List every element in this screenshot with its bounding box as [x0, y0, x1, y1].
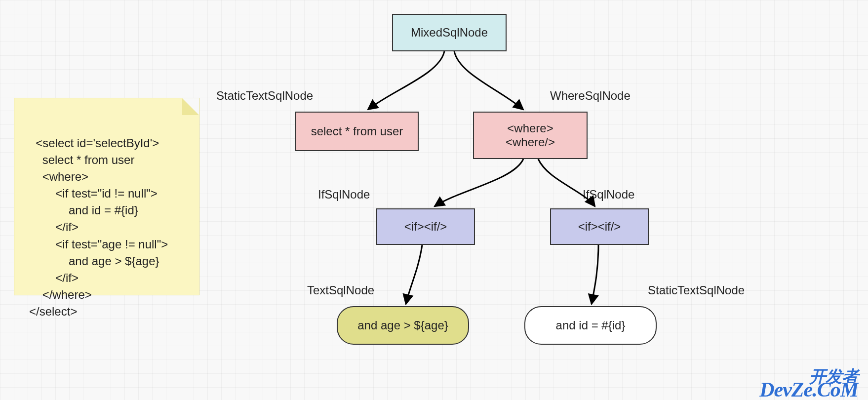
node-label: <where> <where/> — [506, 121, 555, 149]
node-mixedsqlnode: MixedSqlNode — [392, 14, 507, 51]
node-label: and age > ${age} — [357, 319, 448, 332]
type-label-text-leaf: TextSqlNode — [307, 283, 374, 297]
watermark-line2: DevZe.CoM — [759, 383, 858, 397]
type-label-where: WhereSqlNode — [550, 89, 631, 103]
node-label: select * from user — [311, 124, 403, 138]
node-text-leaf: and age > ${age} — [337, 306, 469, 345]
code-note-text: <select id='selectById'> select * from u… — [29, 136, 168, 318]
node-where: <where> <where/> — [473, 112, 588, 159]
code-note: <select id='selectById'> select * from u… — [14, 98, 199, 295]
node-label: and id = #{id} — [556, 319, 626, 332]
node-static1: select * from user — [295, 112, 419, 151]
type-label-static1: StaticTextSqlNode — [216, 89, 313, 103]
node-label: MixedSqlNode — [411, 26, 488, 40]
type-label-static-leaf: StaticTextSqlNode — [648, 283, 745, 297]
node-label: <if><if/> — [578, 220, 621, 234]
watermark: 开发者 DevZe.CoM — [759, 371, 858, 397]
node-label: <if><if/> — [404, 220, 447, 234]
node-if-left: <if><if/> — [376, 208, 475, 245]
node-if-right: <if><if/> — [550, 208, 649, 245]
type-label-if-right: IfSqlNode — [583, 188, 634, 201]
node-static-leaf: and id = #{id} — [524, 306, 657, 345]
type-label-if-left: IfSqlNode — [318, 188, 370, 201]
